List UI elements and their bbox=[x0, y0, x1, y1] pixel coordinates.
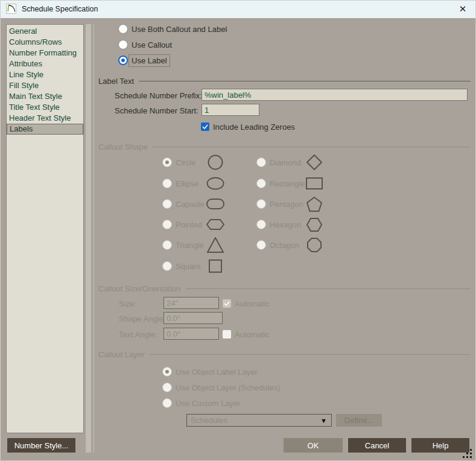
resize-grip[interactable] bbox=[462, 448, 473, 459]
radio-icon bbox=[162, 261, 172, 271]
checkbox-unchecked-icon bbox=[223, 330, 231, 339]
sidebar-item-general[interactable]: General bbox=[7, 26, 83, 37]
size-label: Size: bbox=[119, 299, 136, 308]
radio-icon bbox=[256, 157, 266, 167]
pointed-label: Pointed bbox=[176, 220, 202, 229]
shape-option-diamond: Diamond bbox=[256, 152, 329, 173]
sidebar-item-number-formatting[interactable]: Number Formatting bbox=[7, 48, 83, 59]
octagon-label: Octagon bbox=[270, 241, 299, 250]
triangle-label: Triangle bbox=[176, 241, 203, 250]
pentagon-label: Pentagon bbox=[270, 200, 303, 209]
section-rule bbox=[139, 81, 471, 81]
circle-label: Circle bbox=[176, 158, 195, 167]
shape-option-square: Square bbox=[162, 256, 229, 276]
radio-icon bbox=[162, 157, 172, 167]
callout-shape-title: Callout Shape bbox=[98, 142, 148, 151]
hexagon-shape-icon bbox=[303, 218, 325, 232]
pentagon-shape-icon bbox=[303, 197, 325, 212]
use-label-option[interactable]: Use Label bbox=[118, 55, 169, 66]
shape-option-triangle: Triangle bbox=[162, 235, 229, 255]
sidebar-item-attributes[interactable]: Attributes bbox=[7, 59, 83, 69]
use-object-layer-schedules-option: Use Object Layer (Schedules) bbox=[162, 382, 280, 393]
use-callout-option[interactable]: Use Callout bbox=[118, 39, 172, 50]
sidebar-item-main-text-style[interactable]: Main Text Style bbox=[7, 91, 83, 102]
radio-icon bbox=[162, 383, 172, 392]
radio-icon bbox=[256, 199, 266, 209]
shape-option-circle: Circle bbox=[162, 152, 229, 173]
layer-dropdown-value: Schedules bbox=[191, 416, 227, 425]
ok-button[interactable]: OK bbox=[284, 438, 343, 453]
sidebar-item-labels[interactable]: Labels bbox=[7, 124, 83, 135]
use-custom-layer-option: Use Custom Layer bbox=[162, 398, 241, 409]
schedule-number-prefix-label: Schedule Number Prefix: bbox=[115, 91, 202, 100]
define-button: Define... bbox=[336, 414, 382, 427]
text-automatic-option: Automatic bbox=[223, 329, 270, 340]
ellipse-shape-icon bbox=[205, 177, 226, 190]
include-leading-zeroes-option[interactable]: Include Leading Zeroes bbox=[201, 121, 295, 132]
shape-option-ellipse: Ellipse bbox=[162, 173, 229, 194]
callout-layer-section-header: Callout Layer bbox=[98, 350, 471, 358]
sidebar-item-header-text-style[interactable]: Header Text Style bbox=[7, 113, 83, 124]
category-list: General Columns/Rows Number Formatting A… bbox=[6, 24, 84, 433]
sidebar-item-title-text-style[interactable]: Title Text Style bbox=[7, 102, 83, 113]
square-shape-icon bbox=[205, 259, 226, 273]
rectangle-label: Rectangle bbox=[270, 179, 305, 188]
panel-splitter[interactable] bbox=[86, 24, 91, 453]
radio-icon bbox=[162, 179, 172, 188]
use-object-layer-schedules-label: Use Object Layer (Schedules) bbox=[176, 383, 280, 392]
octagon-shape-icon bbox=[303, 238, 325, 252]
window-title: Schedule Specification bbox=[22, 5, 98, 13]
text-angle-label: Text Angle: bbox=[119, 330, 157, 339]
layer-dropdown: Schedules ▼ bbox=[186, 414, 332, 427]
use-both-label: Use Both Callout and Label bbox=[132, 25, 227, 34]
include-leading-zeroes-label: Include Leading Zeroes bbox=[213, 122, 295, 132]
callout-size-section-header: Callout Size/Orientation bbox=[98, 284, 471, 293]
checkbox-checked-icon[interactable] bbox=[201, 122, 209, 131]
section-rule bbox=[186, 288, 471, 289]
use-callout-label: Use Callout bbox=[132, 40, 172, 49]
shape-option-hexagon: Hexagon bbox=[256, 214, 329, 235]
triangle-shape-icon bbox=[205, 237, 226, 253]
sidebar-item-columns-rows[interactable]: Columns/Rows bbox=[7, 37, 83, 48]
radio-icon bbox=[162, 240, 172, 250]
shape-angle-input bbox=[163, 312, 223, 324]
callout-shape-section-header: Callout Shape bbox=[98, 142, 471, 151]
close-icon[interactable]: ✕ bbox=[453, 1, 472, 17]
size-input bbox=[163, 297, 219, 309]
checkbox-checked-icon bbox=[223, 299, 231, 308]
help-button[interactable]: Help bbox=[411, 438, 469, 453]
shape-option-capsule: Capsule bbox=[162, 194, 229, 214]
title-bar: Schedule Specification ✕ bbox=[0, 0, 476, 18]
use-both-option[interactable]: Use Both Callout and Label bbox=[118, 24, 227, 34]
schedule-number-prefix-input[interactable] bbox=[202, 89, 468, 101]
schedule-number-start-label: Schedule Number Start: bbox=[115, 106, 198, 115]
diamond-label: Diamond bbox=[270, 158, 301, 167]
label-text-section-header: Label Text bbox=[98, 77, 471, 85]
radio-icon bbox=[162, 199, 172, 209]
radio-icon bbox=[256, 220, 266, 229]
ellipse-label: Ellipse bbox=[176, 179, 198, 188]
sidebar-item-line-style[interactable]: Line Style bbox=[7, 69, 83, 80]
pointed-shape-icon bbox=[205, 219, 226, 230]
shape-option-pentagon: Pentagon bbox=[256, 194, 329, 214]
radio-icon bbox=[162, 220, 172, 229]
square-label: Square bbox=[176, 262, 201, 271]
radio-icon bbox=[256, 240, 266, 250]
section-rule bbox=[150, 354, 471, 355]
capsule-label: Capsule bbox=[176, 200, 205, 209]
section-rule bbox=[153, 147, 471, 147]
number-style-button[interactable]: Number Style... bbox=[7, 438, 75, 453]
text-angle-input bbox=[163, 328, 219, 340]
schedule-number-start-input[interactable] bbox=[202, 104, 259, 116]
use-label-label: Use Label bbox=[130, 56, 169, 66]
radio-icon[interactable] bbox=[118, 24, 128, 34]
text-automatic-label: Automatic bbox=[235, 330, 270, 339]
app-door-icon bbox=[6, 4, 16, 14]
chevron-down-icon: ▼ bbox=[320, 417, 327, 424]
shape-option-octagon: Octagon bbox=[256, 235, 329, 255]
shape-option-pointed: Pointed bbox=[162, 214, 229, 235]
radio-icon[interactable] bbox=[118, 56, 128, 65]
radio-icon[interactable] bbox=[118, 40, 128, 49]
cancel-button[interactable]: Cancel bbox=[348, 438, 406, 453]
sidebar-item-fill-style[interactable]: Fill Style bbox=[7, 80, 83, 91]
